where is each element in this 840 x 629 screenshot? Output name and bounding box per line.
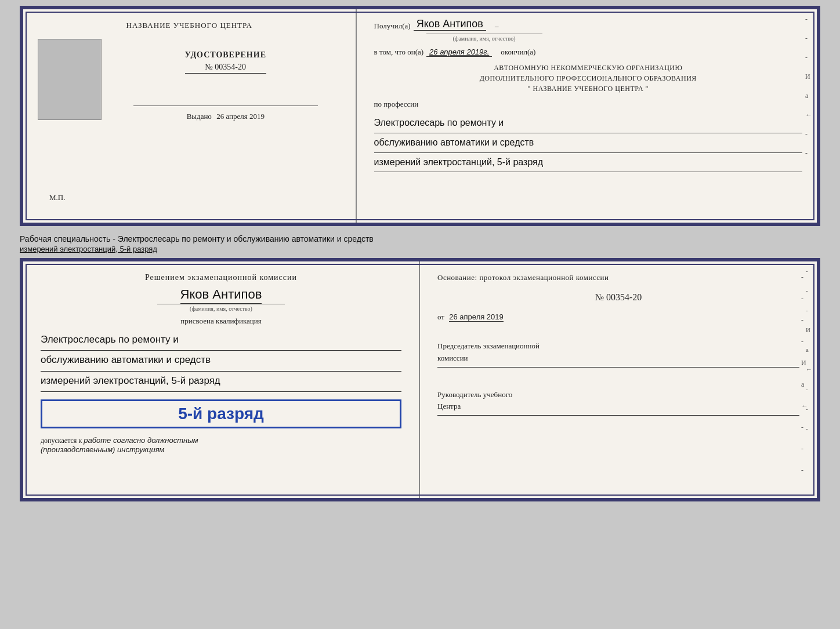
bottom-doc-right: ---Иа←--- Основание: протокол экзаменаци… [420, 261, 817, 498]
poluchil-line: Получил(а) Яков Антипов – [374, 18, 802, 31]
photo-placeholder [38, 39, 102, 120]
vtom-prefix: в том, что он(а) [374, 48, 424, 57]
separator-text-1: Рабочая специальность - Электрослесарь п… [20, 231, 820, 245]
prof-line1: Электрослесарь по ремонту и [374, 115, 802, 133]
dopuskaetsya-work: работе согласно должностным [84, 436, 198, 445]
udostoverenie-title: УДОСТОВЕРЕНИЕ [185, 50, 266, 60]
poluchil-name: Яков Антипов [414, 18, 486, 31]
prof-line2: обслуживанию автоматики и средств [374, 134, 802, 153]
chairman-title2: комиссии [437, 352, 799, 365]
rukovoditel-title: Руководитель учебного [437, 389, 799, 401]
right-side-marks: ----Иа←--- [801, 273, 808, 475]
poluchil-prefix: Получил(а) [374, 21, 411, 31]
qual-line1: Электрослесарь по ремонту и [41, 330, 401, 351]
qual-line3: измерений электростанций, 5-й разряд [41, 372, 401, 392]
chairman-title: Председатель экзаменационной [437, 340, 799, 352]
mp-line: М.П. [49, 193, 65, 202]
org-block: АВТОНОМНУЮ НЕКОММЕРЧЕСКУЮ ОРГАНИЗАЦИЮ ДО… [374, 63, 802, 94]
rukovoditel-block: Руководитель учебного Центра [437, 389, 799, 416]
separator-section: Рабочая специальность - Электрослесарь п… [20, 231, 820, 253]
separator-text-2: измерений электростанций, 5-й разряд [20, 245, 820, 253]
chairman-sig-line [437, 367, 799, 368]
org-line1: АВТОНОМНУЮ НЕКОММЕРЧЕСКУЮ ОРГАНИЗАЦИЮ [374, 63, 802, 73]
bottom-doc-left: Решением экзаменационной комиссии Яков А… [23, 261, 420, 498]
po-professii: по профессии [374, 100, 802, 109]
org-line2: ДОПОЛНИТЕЛЬНОГО ПРОФЕССИОНАЛЬНОГО ОБРАЗО… [374, 73, 802, 83]
top-doc-right: ---Иа←-- Получил(а) Яков Антипов – (фами… [357, 9, 817, 223]
chairman-sig-underline [437, 367, 799, 368]
fio-label-top: (фамилия, имя, отчество) [426, 34, 542, 42]
dopuskaetsya-block: допускается к работе согласно должностны… [41, 436, 401, 455]
rukovoditel-title2: Центра [437, 401, 799, 413]
chairman-block: Председатель экзаменационной комиссии [437, 340, 799, 368]
dopuskaetsya-prefix: допускается к [41, 437, 82, 445]
vydano-date: 26 апреля 2019 [216, 112, 265, 121]
profession-block: Электрослесарь по ремонту и обслуживанию… [374, 115, 802, 173]
top-document: НАЗВАНИЕ УЧЕБНОГО ЦЕНТРА УДОСТОВЕРЕНИЕ №… [20, 6, 820, 226]
udostoverenie-number: № 00354-20 [185, 61, 266, 74]
name-handwritten: Яков Антипов [180, 287, 262, 304]
rank-badge: 5-й разряд [41, 399, 401, 428]
resheniem-title: Решением экзаменационной комиссии [41, 273, 401, 282]
ot-date-val: 26 апреля 2019 [449, 312, 504, 322]
fio-label-bottom: (фамилия, имя, отчество) [157, 304, 285, 312]
org-line3: " НАЗВАНИЕ УЧЕБНОГО ЦЕНТРА " [374, 83, 802, 94]
rukovoditel-sig-line [437, 415, 799, 416]
right-dashes-top: ---Иа←-- [805, 15, 812, 158]
top-doc-left: НАЗВАНИЕ УЧЕБНОГО ЦЕНТРА УДОСТОВЕРЕНИЕ №… [23, 9, 357, 223]
bottom-document: Решением экзаменационной комиссии Яков А… [20, 258, 820, 501]
prof-line3: измерений электростанций, 5-й разряд [374, 154, 802, 173]
vydano-line: Выдано 26 апреля 2019 [187, 112, 265, 121]
vtom-date: 26 апреля 2019г. [426, 48, 492, 57]
qualification-block: Электрослесарь по ремонту и обслуживанию… [41, 330, 401, 392]
udostoverenie-block: УДОСТОВЕРЕНИЕ № 00354-20 [185, 50, 266, 74]
rukovoditel-sig-underline [437, 415, 799, 416]
top-center-title: НАЗВАНИЕ УЧЕБНОГО ЦЕНТРА [126, 21, 252, 30]
dopuskaetsya-instr: (производственным) инструкциям [41, 445, 165, 454]
document-wrapper: НАЗВАНИЕ УЧЕБНОГО ЦЕНТРА УДОСТОВЕРЕНИЕ №… [20, 6, 820, 501]
ot-prefix: от [437, 312, 444, 321]
osnovanie-text: Основание: протокол экзаменационной коми… [437, 273, 799, 282]
ot-date-line: от 26 апреля 2019 [437, 312, 799, 322]
qual-line2: обслуживанию автоматики и средств [41, 351, 401, 371]
prisvoena-text: присвоена квалификация [41, 317, 401, 326]
vtom-line: в том, что он(а) 26 апреля 2019г. окончи… [374, 48, 802, 57]
vydano-label: Выдано [187, 112, 212, 121]
protocol-number: № 00354-20 [437, 292, 799, 303]
okochil-text: окончил(а) [501, 48, 535, 57]
